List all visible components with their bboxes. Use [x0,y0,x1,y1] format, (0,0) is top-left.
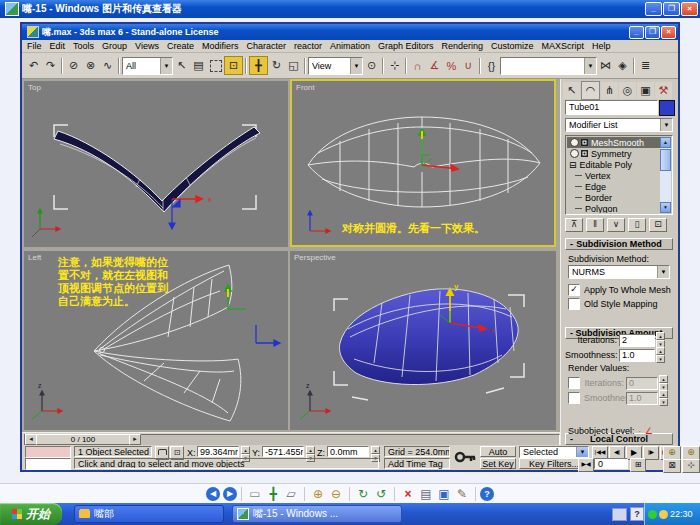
modifier-list-dropdown[interactable]: Modifier List▼ [565,118,673,132]
max-close-button[interactable]: × [661,26,676,39]
key-mode-toggle[interactable]: ▶◀ [578,458,594,472]
tray-icon-2[interactable] [659,510,668,519]
viewer-restore-button[interactable]: ❐ [663,2,680,16]
stack-item-border[interactable]: Border [567,192,660,203]
viewport-top[interactable]: Top x [24,81,288,247]
zoom-all-icon[interactable]: ⊛ [682,446,700,460]
menu-views[interactable]: Views [135,41,159,51]
key-selection-dropdown[interactable]: Selected▼ [519,446,589,458]
tab-motion-icon[interactable]: ◎ [619,82,636,99]
select-and-move-button[interactable]: ╋ [249,56,268,75]
actual-size-button[interactable]: ╋ [264,486,282,502]
angle-snap-toggle-button[interactable]: ∡ [426,57,443,74]
task-button-folder[interactable]: 嘴部 [74,505,224,523]
named-selection-dropdown[interactable]: ▼ [500,57,597,75]
z-coordinate-field[interactable]: 0.0mm [327,446,369,457]
menu-rendering[interactable]: Rendering [442,41,484,51]
render-smoothness-checkbox[interactable] [568,392,580,404]
viewport-perspective[interactable]: Perspective y x [290,251,556,430]
percent-snap-toggle-button[interactable]: % [443,57,460,74]
stack-item-edge[interactable]: Edge [567,181,660,192]
pan-icon[interactable]: ⊹ [682,459,700,473]
delete-button[interactable]: × [399,486,417,502]
scroll-up-icon[interactable]: ▲ [660,137,671,148]
layer-manager-button[interactable]: ≣ [637,57,654,74]
rotate-clockwise-button[interactable]: ↻ [354,486,372,502]
best-fit-button[interactable]: ▭ [246,486,264,502]
select-and-link-button[interactable]: ⊘ [65,57,82,74]
apply-to-whole-mesh-checkbox[interactable]: ✓ [568,284,580,296]
align-button[interactable]: ◈ [614,57,631,74]
zoom-icon[interactable]: ⊕ [663,446,681,460]
rectangular-selection-region-button[interactable] [207,57,224,74]
menu-customize[interactable]: Customize [491,41,534,51]
stack-item-polygon[interactable]: Polygon [567,203,660,213]
current-frame-field[interactable]: 0 [594,458,628,469]
redo-button[interactable]: ↷ [42,57,59,74]
tab-create-icon[interactable]: ↖ [563,82,580,99]
menu-create[interactable]: Create [167,41,194,51]
x-coordinate-field[interactable]: 99.364mm [197,446,239,457]
select-by-name-button[interactable]: ▤ [190,57,207,74]
subobject-vertex-icon[interactable]: ∙ [639,427,641,436]
tab-utilities-icon[interactable]: ⚒ [655,82,672,99]
scroll-down-icon[interactable]: ▼ [660,202,671,213]
tab-modify-icon[interactable]: ◠ [581,81,600,100]
stack-item-symmetry[interactable]: Symmetry [567,148,660,159]
display-settings-icon[interactable] [612,508,627,521]
viewer-minimize-button[interactable]: _ [645,2,662,16]
stack-item-editable-poly[interactable]: ⊟Editable Poly [567,159,660,170]
pin-stack-button[interactable]: ⊼ [565,218,583,232]
viewport-front[interactable]: Front 对称并圆滑。先看一下效果。 [290,79,556,247]
unlink-selection-button[interactable]: ⊗ [82,57,99,74]
menu-graph-editors[interactable]: Graph Editors [378,41,434,51]
lightbulb-icon[interactable] [570,138,579,147]
menu-maxscript[interactable]: MAXScript [542,41,585,51]
select-and-manipulate-button[interactable]: ⊹ [386,57,403,74]
y-coordinate-field[interactable]: -571.455mm [262,446,304,457]
menu-modifiers[interactable]: Modifiers [202,41,239,51]
configure-modifier-sets-button[interactable]: ⊡ [649,218,667,232]
selection-filter-dropdown[interactable]: All▼ [122,57,173,75]
stack-scrollbar[interactable]: ▲ ▼ [660,137,671,213]
region-zoom-icon[interactable]: ⊠ [663,459,681,473]
menu-character[interactable]: Character [246,41,286,51]
rotate-counterclockwise-button[interactable]: ↺ [372,486,390,502]
menu-reactor[interactable]: reactor [294,41,322,51]
named-selection-sets-button[interactable]: {} [483,57,500,74]
use-pivot-point-center-button[interactable]: ⊙ [363,57,380,74]
tray-icon-1[interactable] [648,510,657,519]
maxscript-listener-pink[interactable] [25,446,71,458]
auto-key-button[interactable]: Auto Key [480,446,516,457]
save-button[interactable]: ▣ [435,486,453,502]
viewer-close-button[interactable]: × [681,2,698,16]
menu-edit[interactable]: Edit [50,41,66,51]
maxscript-listener-white[interactable] [25,458,71,470]
menu-file[interactable]: File [27,41,42,51]
menu-help[interactable]: Help [592,41,611,51]
start-button[interactable]: 开始 [0,503,62,525]
max-maximize-button[interactable]: ❐ [645,26,660,39]
nurms-dropdown[interactable]: NURMS▼ [568,265,670,279]
help-tray-icon[interactable]: ? [630,507,644,521]
add-time-tag[interactable]: Add Time Tag [384,458,450,469]
time-slider-handle[interactable]: 0 / 100 [36,434,130,445]
select-object-button[interactable]: ↖ [173,57,190,74]
time-slider-right-arrow[interactable]: ▸ [129,434,141,445]
remove-modifier-button[interactable]: ▯ [628,218,646,232]
collapse-icon[interactable]: ⊟ [569,160,577,170]
spinner-snap-toggle-button[interactable]: ∪ [460,57,477,74]
scroll-thumb[interactable] [660,149,671,171]
bind-to-space-warp-button[interactable]: ∿ [99,57,116,74]
old-style-mapping-checkbox[interactable] [568,298,580,310]
window-crossing-toggle[interactable]: ⊡ [224,56,243,75]
menu-tools[interactable]: Tools [73,41,94,51]
zoom-out-button[interactable]: ⊖ [327,486,345,502]
smoothness-field[interactable]: 1.0 [619,349,655,362]
stack-item-vertex[interactable]: Vertex [567,170,660,181]
iterations-spinner[interactable]: ▴▾ [656,332,665,348]
lightbulb-icon[interactable] [570,149,579,158]
tab-hierarchy-icon[interactable]: ⋔ [601,82,618,99]
viewport-left[interactable]: Left z 注意，如果觉得嘴的 [24,251,288,430]
smoothness-spinner[interactable]: ▴▾ [656,347,665,363]
